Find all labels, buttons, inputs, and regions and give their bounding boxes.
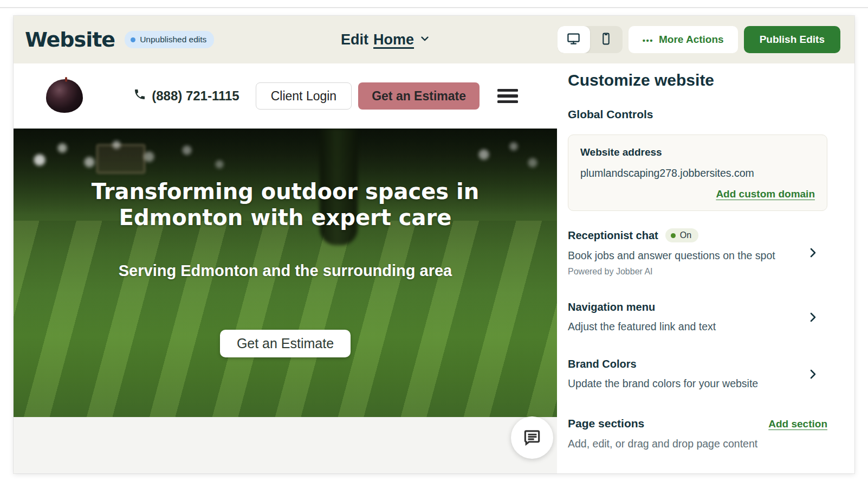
more-actions-label: More Actions xyxy=(659,34,724,46)
chevron-right-icon[interactable] xyxy=(806,246,819,259)
hero-section: Transforming outdoor spaces in Edmonton … xyxy=(14,129,557,417)
more-actions-button[interactable]: ••• More Actions xyxy=(629,26,738,53)
next-section-background xyxy=(14,417,557,473)
hero-content: Transforming outdoor spaces in Edmonton … xyxy=(14,129,557,417)
navigation-menu-row[interactable]: Navigation menu Adjust the featured link… xyxy=(568,301,827,333)
site-preview-pane: (888) 721-1115 Client Login Get an Estim… xyxy=(14,63,557,473)
receptionist-status-badge: On xyxy=(665,228,698,242)
global-controls-heading: Global Controls xyxy=(568,108,827,121)
desktop-view-button[interactable] xyxy=(558,26,590,53)
unpublished-edits-badge: Unpublished edits xyxy=(125,31,214,48)
window-divider xyxy=(0,7,868,8)
get-estimate-button[interactable]: Get an Estimate xyxy=(358,82,480,110)
navigation-menu-description: Adjust the featured link and text xyxy=(568,321,827,333)
chevron-down-icon[interactable] xyxy=(419,31,431,48)
preview-site-header: (888) 721-1115 Client Login Get an Estim… xyxy=(14,63,557,129)
plum-logo[interactable] xyxy=(46,79,83,113)
phone-link[interactable]: (888) 721-1115 xyxy=(133,88,239,104)
add-section-link[interactable]: Add section xyxy=(768,418,827,430)
chat-widget-button[interactable] xyxy=(511,416,553,459)
editor-main: (888) 721-1115 Client Login Get an Estim… xyxy=(14,63,854,473)
publish-edits-button[interactable]: Publish Edits xyxy=(744,26,840,53)
app-title: Website xyxy=(25,28,115,52)
edit-page-selector: Edit Home xyxy=(341,31,431,48)
phone-number: (888) 721-1115 xyxy=(152,88,239,104)
chevron-right-icon[interactable] xyxy=(806,368,819,381)
add-custom-domain-link[interactable]: Add custom domain xyxy=(716,188,815,200)
edit-label: Edit xyxy=(341,31,368,48)
editor-topbar: Website Unpublished edits Edit Home xyxy=(14,16,854,63)
status-badge-label: Unpublished edits xyxy=(140,35,206,44)
website-editor-app: Website Unpublished edits Edit Home xyxy=(14,16,854,473)
website-address-label: Website address xyxy=(580,146,815,158)
blue-dot-icon xyxy=(131,37,135,42)
device-preview-toggle xyxy=(558,26,623,53)
hero-subheadline: Serving Edmonton and the surrounding are… xyxy=(119,262,452,280)
page-sections-description: Add, edit, or drag and drop page content xyxy=(568,438,827,450)
receptionist-chat-label: Receptionist chat xyxy=(568,229,658,242)
hero-cta-button[interactable]: Get an Estimate xyxy=(220,330,351,357)
brand-colors-description: Update the brand colors for your website xyxy=(568,377,827,390)
receptionist-chat-row[interactable]: Receptionist chat On Book jobs and answe… xyxy=(568,228,827,277)
phone-icon xyxy=(133,88,146,104)
hamburger-menu-button[interactable] xyxy=(497,89,518,104)
mobile-view-button[interactable] xyxy=(590,26,623,53)
brand-colors-label: Brand Colors xyxy=(568,358,827,370)
ellipsis-icon: ••• xyxy=(643,36,653,45)
receptionist-footnote: Powered by Jobber AI xyxy=(568,267,827,277)
navigation-menu-label: Navigation menu xyxy=(568,301,827,313)
green-dot-icon xyxy=(671,233,676,238)
customize-sidebar: Customize website Global Controls Websit… xyxy=(557,63,854,473)
client-login-button[interactable]: Client Login xyxy=(256,82,352,110)
brand-colors-row[interactable]: Brand Colors Update the brand colors for… xyxy=(568,358,827,390)
chat-bubble-icon xyxy=(522,427,542,449)
hamburger-icon xyxy=(497,89,518,92)
receptionist-status-text: On xyxy=(680,230,691,240)
desktop-icon xyxy=(566,31,581,48)
website-url: plumlandscaping278.jobbersites.com xyxy=(580,167,815,180)
page-sections-heading: Page sections xyxy=(568,417,644,430)
chevron-right-icon[interactable] xyxy=(806,311,819,324)
mobile-icon xyxy=(599,32,613,48)
receptionist-description: Book jobs and answer questions on the sp… xyxy=(568,249,827,262)
website-address-card: Website address plumlandscaping278.jobbe… xyxy=(568,134,827,211)
sidebar-title: Customize website xyxy=(568,71,827,89)
current-page-dropdown[interactable]: Home xyxy=(373,31,414,48)
hero-headline: Transforming outdoor spaces in Edmonton … xyxy=(85,178,486,230)
